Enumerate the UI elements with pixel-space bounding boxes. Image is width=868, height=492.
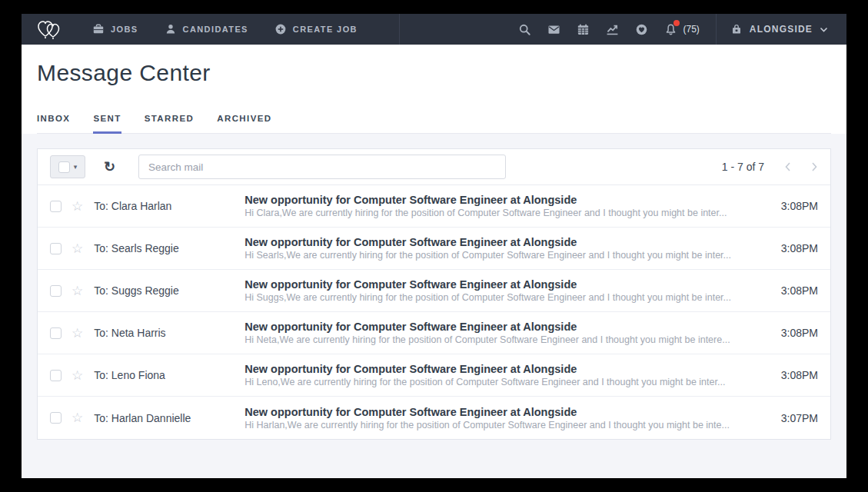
page-header: Message Center INBOX SENT STARRED ARCHIV… [22, 45, 846, 134]
message-preview: Hi Searls,We are currently hiring for th… [244, 250, 761, 261]
star-icon[interactable]: ☆ [72, 327, 83, 340]
nav-divider [716, 14, 717, 45]
message-recipient: To: Suggs Reggie [94, 284, 244, 297]
message-row[interactable]: ☆ To: Suggs Reggie New opportunity for C… [38, 270, 830, 312]
message-subject: New opportunity for Computer Software En… [244, 236, 761, 248]
envelope-icon[interactable] [547, 23, 560, 36]
nav-divider [399, 14, 400, 45]
message-time: 3:07PM [775, 412, 818, 424]
row-checkbox[interactable] [50, 285, 62, 297]
message-subject: New opportunity for Computer Software En… [244, 194, 761, 206]
message-recipient: To: Clara Harlan [94, 200, 244, 212]
message-preview: Hi Clara,We are currently hiring for the… [244, 208, 761, 218]
nav-icons-group: (75) [518, 23, 700, 36]
row-checkbox[interactable] [50, 370, 62, 381]
company-bag-icon [730, 23, 743, 35]
message-subject: New opportunity for Computer Software En… [244, 363, 761, 375]
briefcase-icon [92, 23, 105, 35]
message-time: 3:08PM [775, 284, 818, 297]
message-recipient: To: Harlan Dannielle [94, 412, 244, 424]
person-icon [165, 23, 177, 35]
star-icon[interactable]: ☆ [72, 369, 83, 382]
nav-item-label: CANDIDATES [183, 25, 248, 34]
alongside-logo-icon[interactable] [35, 18, 66, 41]
message-recipient: To: Neta Harris [94, 327, 244, 339]
refresh-icon[interactable]: ↻ [104, 160, 115, 174]
message-row[interactable]: ☆ To: Harlan Dannielle New opportunity f… [38, 397, 830, 439]
message-subject: New opportunity for Computer Software En… [244, 321, 761, 333]
message-preview: Hi Leno,We are currently hiring for the … [244, 377, 761, 387]
message-recipient: To: Searls Reggie [94, 242, 244, 254]
plus-circle-icon [274, 23, 287, 35]
analytics-icon[interactable] [606, 23, 619, 36]
tab-archived[interactable]: ARCHIVED [217, 114, 271, 134]
app-window: JOBS CANDIDATES [22, 14, 846, 478]
globe-icon[interactable] [635, 23, 648, 36]
account-label: ALONGSIDE [750, 24, 813, 35]
message-row[interactable]: ☆ To: Neta Harris New opportunity for Co… [38, 312, 830, 354]
row-checkbox[interactable] [50, 327, 62, 339]
star-icon[interactable]: ☆ [72, 200, 83, 213]
select-all-dropdown[interactable]: ▾ [50, 155, 85, 178]
message-time: 3:08PM [775, 242, 818, 254]
row-checkbox[interactable] [50, 243, 62, 254]
tab-inbox[interactable]: INBOX [37, 114, 70, 134]
account-dropdown[interactable]: ALONGSIDE [730, 23, 828, 35]
search-icon[interactable] [518, 23, 531, 36]
message-row[interactable]: ☆ To: Clara Harlan New opportunity for C… [38, 185, 830, 228]
pagination-range: 1 - 7 of 7 [722, 161, 764, 173]
page-body: ▾ ↻ 1 - 7 of 7 ☆ To: Clara Harlan [22, 134, 846, 478]
mail-list-panel: ▾ ↻ 1 - 7 of 7 ☆ To: Clara Harlan [37, 148, 831, 440]
message-tabs: INBOX SENT STARRED ARCHIVED [37, 114, 831, 134]
message-subject: New opportunity for Computer Software En… [244, 278, 761, 291]
star-icon[interactable]: ☆ [72, 242, 83, 255]
star-icon[interactable]: ☆ [72, 284, 83, 298]
message-time: 3:08PM [775, 200, 818, 212]
select-all-checkbox[interactable] [58, 161, 70, 173]
notification-count[interactable]: (75) [683, 24, 700, 35]
row-checkbox[interactable] [50, 201, 62, 212]
notification-badge-dot [673, 20, 680, 26]
chevron-right-icon[interactable] [811, 161, 818, 172]
tab-starred[interactable]: STARRED [145, 114, 195, 134]
top-navbar: JOBS CANDIDATES [22, 14, 846, 45]
star-icon[interactable]: ☆ [72, 411, 83, 424]
message-subject: New opportunity for Computer Software En… [244, 406, 761, 418]
nav-item-label: CREATE JOB [293, 25, 358, 34]
pagination: 1 - 7 of 7 [722, 161, 818, 173]
message-time: 3:08PM [775, 369, 818, 381]
message-row[interactable]: ☆ To: Searls Reggie New opportunity for … [38, 228, 830, 270]
calendar-icon[interactable] [577, 23, 590, 36]
page-title: Message Center [37, 60, 831, 86]
chevron-left-icon[interactable] [784, 161, 791, 172]
bell-icon[interactable] [664, 23, 677, 36]
message-preview: Hi Neta,We are currently hiring for the … [244, 334, 761, 345]
tab-sent[interactable]: SENT [93, 114, 121, 134]
caret-down-icon: ▾ [74, 164, 78, 171]
search-input[interactable] [138, 155, 506, 179]
message-row[interactable]: ☆ To: Leno Fiona New opportunity for Com… [38, 354, 830, 397]
chevron-down-icon [820, 26, 828, 33]
nav-item-label: JOBS [111, 25, 138, 34]
nav-item-jobs[interactable]: JOBS [92, 23, 138, 35]
message-recipient: To: Leno Fiona [94, 369, 244, 381]
message-preview: Hi Suggs,We are currently hiring for the… [244, 292, 761, 303]
nav-item-create-job[interactable]: CREATE JOB [274, 23, 358, 35]
nav-menu: JOBS CANDIDATES [92, 23, 358, 35]
message-preview: Hi Harlan,We are currently hiring for th… [244, 420, 761, 430]
mail-toolbar: ▾ ↻ 1 - 7 of 7 [38, 149, 830, 185]
nav-item-candidates[interactable]: CANDIDATES [165, 23, 248, 35]
message-time: 3:08PM [775, 327, 818, 339]
row-checkbox[interactable] [50, 412, 62, 424]
